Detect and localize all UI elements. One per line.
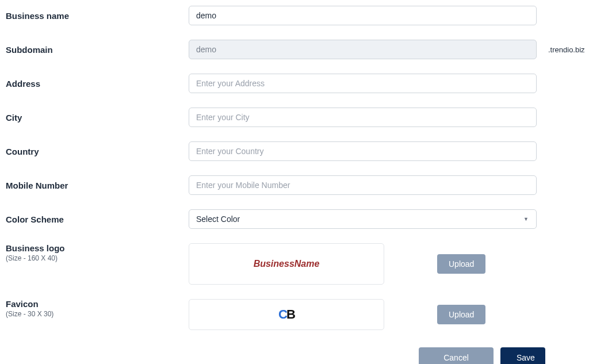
cancel-button[interactable]: Cancel bbox=[419, 347, 494, 364]
row-city: City bbox=[6, 108, 577, 127]
label-business-logo: Business logo (Size - 160 X 40) bbox=[6, 243, 189, 262]
row-business-logo: Business logo (Size - 160 X 40) Business… bbox=[6, 243, 577, 285]
business-name-input[interactable] bbox=[189, 6, 537, 25]
save-button[interactable]: Save bbox=[500, 347, 545, 364]
row-color-scheme: Color Scheme Select Color ▼ bbox=[6, 209, 577, 229]
upload-favicon-button[interactable]: Upload bbox=[437, 305, 485, 324]
mobile-input[interactable] bbox=[189, 175, 537, 195]
row-favicon: Favicon (Size - 30 X 30) CB Upload bbox=[6, 299, 577, 330]
label-color-scheme: Color Scheme bbox=[6, 214, 189, 224]
upload-logo-button[interactable]: Upload bbox=[437, 254, 485, 274]
label-favicon: Favicon (Size - 30 X 30) bbox=[6, 299, 189, 318]
color-scheme-select[interactable]: Select Color bbox=[189, 209, 537, 229]
row-subdomain: Subdomain .trendio.biz bbox=[6, 40, 577, 59]
subdomain-suffix: .trendio.biz bbox=[548, 45, 585, 54]
label-city: City bbox=[6, 113, 189, 122]
country-input[interactable] bbox=[189, 141, 537, 161]
label-country: Country bbox=[6, 147, 189, 156]
subdomain-input bbox=[189, 40, 537, 59]
logo-placeholder-text: BusinessName bbox=[254, 259, 320, 269]
favicon-preview: CB bbox=[189, 299, 384, 330]
row-address: Address bbox=[6, 74, 577, 93]
label-address: Address bbox=[6, 79, 189, 89]
favicon-placeholder-icon: CB bbox=[278, 307, 294, 322]
business-logo-preview: BusinessName bbox=[189, 243, 384, 285]
city-input[interactable] bbox=[189, 108, 537, 127]
label-subdomain: Subdomain bbox=[6, 45, 189, 55]
actions-row: Cancel Save bbox=[419, 347, 577, 364]
address-input[interactable] bbox=[189, 74, 537, 93]
row-mobile: Mobile Number bbox=[6, 175, 577, 195]
label-mobile: Mobile Number bbox=[6, 181, 189, 190]
label-business-logo-sub: (Size - 160 X 40) bbox=[6, 254, 189, 262]
row-business-name: Business name bbox=[6, 6, 577, 25]
row-country: Country bbox=[6, 141, 577, 161]
label-favicon-sub: (Size - 30 X 30) bbox=[6, 310, 189, 318]
label-business-name: Business name bbox=[6, 11, 189, 21]
